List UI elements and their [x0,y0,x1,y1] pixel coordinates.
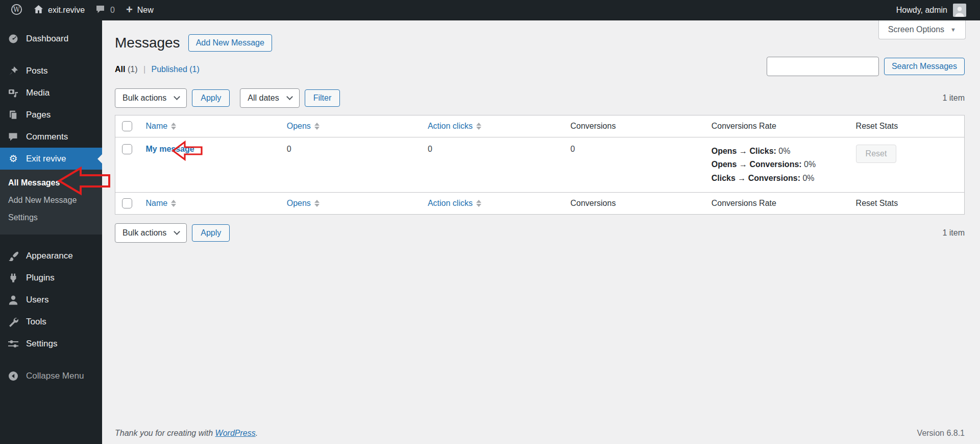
bottom-toolbar: Bulk actions Apply 1 item [115,223,965,243]
version-text: Version 6.8.1 [917,429,965,438]
admin-footer: Thank you for creating with WordPress. V… [115,429,965,438]
column-footer-name[interactable]: Name [146,199,177,208]
comments-count: 0 [110,6,115,15]
search-input[interactable] [767,57,879,76]
table-header: Name Opens Action clicks Conversions Con… [115,115,965,137]
column-header-name[interactable]: Name [146,122,177,131]
sidebar-collapse-menu[interactable]: Collapse Menu [0,365,102,387]
top-toolbar: Bulk actions Apply All dates Filter 1 it… [115,88,965,108]
select-chevron-icon [174,228,180,235]
wrench-icon [7,317,19,327]
column-footer-conversions-rate: Conversions Rate [705,193,850,215]
table-footer: Name Opens Action clicks Conversions Con… [115,193,965,215]
wordpress-logo-menu[interactable]: W [5,0,28,20]
sidebar-item-settings[interactable]: Settings [0,333,102,355]
item-count: 1 item [942,94,965,103]
account-menu[interactable]: Howdy, admin [891,0,972,20]
row-checkbox[interactable] [122,144,132,154]
view-all[interactable]: All [115,65,125,74]
bulk-actions-value: Bulk actions [122,228,166,238]
brush-icon [7,251,19,261]
sidebar-item-plugins[interactable]: Plugins [0,267,102,289]
sidebar-item-tools[interactable]: Tools [0,311,102,333]
view-published-count: (1) [189,65,200,74]
sidebar-item-label: Dashboard [26,34,68,44]
submenu-all-messages[interactable]: All Messages [0,174,102,192]
column-footer-opens[interactable]: Opens [287,199,320,208]
sidebar-item-label: Appearance [26,251,73,261]
all-dates-select[interactable]: All dates [240,88,299,108]
sidebar-item-label: Tools [26,317,46,327]
new-content-menu[interactable]: + New [120,0,159,20]
search-messages-button[interactable]: Search Messages [884,58,965,75]
column-header-conversions: Conversions [564,115,705,137]
sidebar-item-comments[interactable]: Comments [0,126,102,148]
message-title-link[interactable]: My message [146,145,194,153]
exit-revive-submenu: All Messages Add New Message Settings [0,170,102,235]
svg-text:W: W [13,6,20,13]
item-count-bottom: 1 item [942,228,965,238]
sidebar-item-exit-revive[interactable]: ⚙ Exit revive [0,148,102,170]
footer-thanks: Thank you for creating with WordPress. [115,429,258,438]
apply-button[interactable]: Apply [192,89,230,107]
bulk-actions-select[interactable]: Bulk actions [115,88,187,108]
gear-icon: ⚙ [7,154,19,163]
bulk-actions-value: Bulk actions [122,94,166,103]
wordpress-link[interactable]: WordPress [215,429,256,437]
comments-menu[interactable]: 0 [90,0,120,20]
select-all-checkbox[interactable] [122,198,132,208]
view-published[interactable]: Published [152,65,187,74]
apply-button-bottom[interactable]: Apply [192,224,230,242]
sort-arrows-icon [476,200,481,207]
sidebar-item-label: Media [26,88,50,98]
sidebar-item-label: Users [26,295,48,305]
view-filters: All (1) | Published (1) [115,65,200,76]
sidebar-item-label: Collapse Menu [26,371,84,381]
sidebar-item-users[interactable]: Users [0,289,102,311]
new-label: New [137,6,154,15]
column-header-opens[interactable]: Opens [287,122,320,131]
column-footer-conversions: Conversions [564,193,705,215]
column-footer-action-clicks[interactable]: Action clicks [428,199,481,208]
add-new-message-button[interactable]: Add New Message [188,34,272,52]
select-all-checkbox[interactable] [122,121,132,131]
site-name-link[interactable]: exit.revive [28,0,90,20]
action-clicks-value: 0 [422,137,565,193]
submenu-add-new-message[interactable]: Add New Message [0,192,102,209]
filter-button[interactable]: Filter [305,89,340,107]
screen-options-tab[interactable]: Screen Options ▼ [878,20,966,39]
sort-arrows-icon [314,200,320,207]
main-content: Screen Options ▼ Messages Add New Messag… [102,20,980,444]
sidebar-item-appearance[interactable]: Appearance [0,245,102,267]
rate-label: Clicks → Conversions: [712,174,800,182]
comments-icon [7,132,19,142]
wordpress-logo-icon: W [11,4,22,17]
all-dates-value: All dates [248,94,279,103]
sort-arrows-icon [171,200,176,207]
sort-arrows-icon [171,123,176,130]
column-header-action-clicks[interactable]: Action clicks [428,122,481,131]
submenu-settings[interactable]: Settings [0,209,102,226]
sidebar-item-label: Pages [26,110,51,120]
plus-icon: + [126,4,133,15]
sidebar-item-media[interactable]: Media [0,82,102,104]
reset-stats-button[interactable]: Reset [856,145,897,163]
pin-icon [7,66,19,76]
sidebar-item-pages[interactable]: Pages [0,104,102,126]
collapse-icon [7,371,19,381]
screen-options-label: Screen Options [888,25,944,34]
search-form: Search Messages [767,57,965,76]
sidebar-item-dashboard[interactable]: Dashboard [0,28,102,50]
sliders-icon [7,339,19,349]
chevron-down-icon: ▼ [950,27,956,33]
bulk-actions-select-bottom[interactable]: Bulk actions [115,223,187,243]
admin-bar: W exit.revive 0 + New Howdy, admin [0,0,980,20]
howdy-text: Howdy, admin [896,6,947,15]
select-chevron-icon [286,94,293,100]
column-header-reset-stats: Reset Stats [850,115,965,137]
page-title: Messages [115,35,180,51]
sort-arrows-icon [314,123,320,130]
media-icon [7,88,19,98]
dashboard-icon [7,34,19,44]
sidebar-item-posts[interactable]: Posts [0,60,102,82]
